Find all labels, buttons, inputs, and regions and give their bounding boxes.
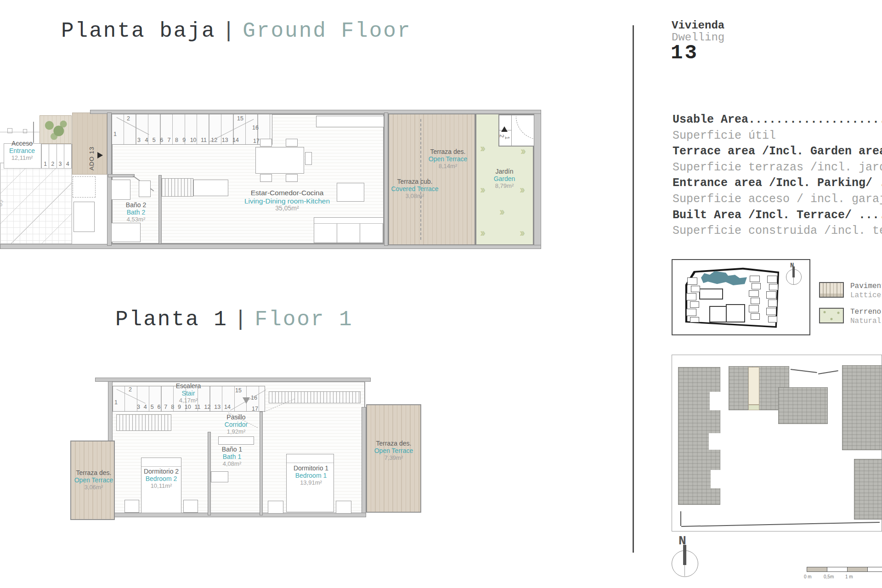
neighbor-parking-hatch [0,163,72,244]
plant-drawing [40,115,72,144]
title-en: Floor 1 [254,308,353,332]
site-building [691,286,700,292]
bed-pillow [287,454,334,463]
stair-number: 4 [144,404,147,410]
site-building [767,276,777,283]
floor1-title: Planta 1|Floor 1 [115,308,353,332]
stair-number: 10 [190,137,197,143]
dining-table [255,147,304,174]
site-building [768,300,777,307]
stair-number: 5 [151,404,154,410]
room-label-bedroom1: Dormitorio 1 Bedroom 1 13,91m² [294,465,328,486]
building-cluster [842,365,882,450]
legend-swatch-lattice [819,282,844,298]
stair-number: 9 [182,137,186,143]
room-label-terrace-left: Terraza des. Open Terrace 3,06m² [74,469,113,491]
washbasin [111,180,130,200]
toilet [139,181,151,197]
stair-number: 1 [113,131,117,137]
stair-number: 17 [252,406,258,412]
stair-number: 14 [224,404,231,410]
garden-arrow-icon [520,146,524,157]
wall [108,513,366,517]
stair-number: 4 [145,137,148,143]
wall [362,407,366,515]
area-label-en: Terrace area /Incl. Garden area/ ... [673,145,882,161]
stair-number: 15 [237,115,243,122]
stair-number: 2 [127,115,130,122]
scale-label: 1 m [845,574,853,579]
stair-number: 6 [157,404,160,410]
stair-number: 8 [171,404,174,410]
bath-counter [218,436,254,445]
stair-direction-icon [243,397,250,404]
site-building [769,284,778,290]
room-label-entrance: Acceso Entrance 12,11m² [9,140,35,161]
area-label-es: Superficie útil [673,129,882,145]
site-compass-needle [792,266,795,277]
building-cluster [854,459,882,520]
area-label-en: Usable Area.......................... [673,113,882,129]
site-building [687,277,697,285]
stair-number: 2 [129,386,132,393]
building-cluster [778,387,828,424]
stair-number: 15 [235,387,242,394]
scale-bar-segment [867,567,882,572]
cluster-notch [710,392,721,410]
site-building [690,317,699,322]
kitchen-counter-top [316,116,384,127]
stair-number: 12 [204,404,210,410]
scale-bar-segment [827,567,848,572]
site-building [766,291,776,299]
stair-ground: 2 1 15 16 17 34567891011121314 [112,114,272,145]
kitchen-counter [193,180,228,196]
cluster-notch [709,433,721,450]
site-building [751,298,760,304]
area-row: Built Area /Incl. Terrace/ ......... Sup… [673,209,882,240]
room-label-stair: Escalera Stair 4,17m² [176,383,201,404]
entry-step-number: 1 [42,144,49,168]
scale-label: 0,5m [824,574,834,579]
stair-number: 3 [137,137,141,143]
site-building [709,306,727,322]
legend-label: Terreno [850,308,881,316]
stair-number: 7 [164,404,167,410]
plot-boundary [791,369,817,373]
site-building [752,283,761,289]
nightstand [268,501,283,514]
stair-number: 14 [232,137,239,143]
dwelling-label-es: Vivienda [672,19,724,32]
wall [260,412,263,515]
title-separator: | [222,19,237,43]
site-building [768,316,777,322]
room-label-living: Estar-Comedor-Cocina Living-Dining room-… [244,189,330,212]
site-building [699,288,723,300]
bed-pillow [141,458,181,467]
chair [260,139,272,147]
room-label-bedroom2: Dormitorio 2 Bedroom 2 10,11m² [144,468,179,489]
compass-needle [683,545,686,565]
legend-label: Lattice [850,291,881,300]
nightstand [183,500,198,513]
kitchen-island [337,183,364,202]
dwelling-number: 13 [671,41,699,64]
title-es: Planta baja [61,19,216,43]
site-building [749,305,759,312]
stair-number: 17 [253,138,260,144]
wardrobe [116,414,171,431]
chair [286,139,298,147]
wall [108,174,135,177]
stair-number: 11 [201,137,207,143]
room-label-terrace-right: Terraza des. Open Terrace 7,39m² [374,440,413,461]
stair-number: 10 [185,404,191,410]
room-label-garden: Jardín Garden 8,79m² [494,168,515,189]
wardrobe [269,391,361,403]
nightstand [336,501,351,514]
stair-number: 8 [175,137,178,143]
entry-steps: 1234 [41,144,72,169]
legend-label: Pavimento [850,282,882,290]
toilet [211,471,228,482]
stair-numbers: 34567891011121314 [137,404,231,410]
room-label-open-terrace: Terraza des. Open Terrace 8,14m² [429,148,468,170]
stair-number: 13 [222,137,228,143]
